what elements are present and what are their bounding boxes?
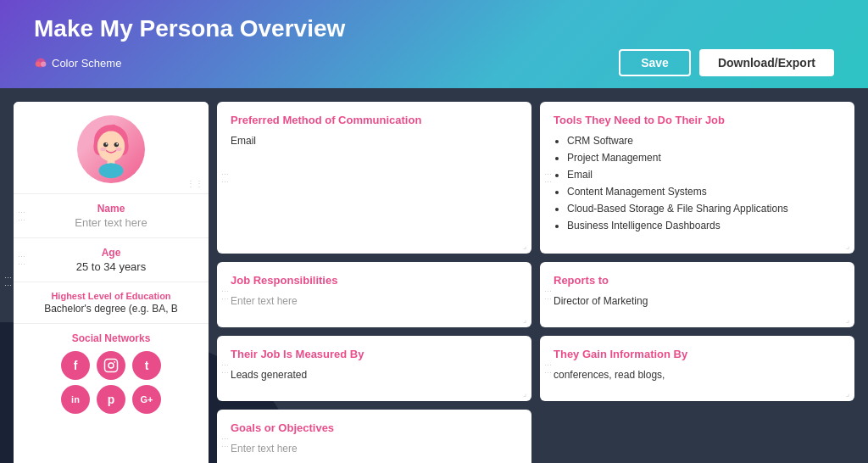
preferred-comm-content: Email	[231, 133, 518, 148]
instagram-icon[interactable]	[97, 351, 125, 380]
social-icons-row-1: f t	[24, 351, 198, 380]
reports-to-content: Director of Marketing	[554, 293, 841, 309]
job-resp-content: Enter text here	[231, 293, 518, 309]
save-button[interactable]: Save	[619, 49, 691, 76]
education-section[interactable]: ⋮⋮ Highest Level of Education Bachelor's…	[14, 282, 209, 324]
card-job-responsibilities[interactable]: ⋮⋮ Job Responsibilities Enter text here …	[217, 262, 531, 327]
tools-list: CRM Software Project Management Email Co…	[554, 133, 841, 233]
name-label: Name	[24, 203, 198, 215]
gain-info-title: They Gain Information By	[554, 348, 841, 360]
color-scheme-control[interactable]: Color Scheme	[34, 56, 121, 70]
svg-point-11	[100, 148, 106, 152]
left-column: ⋮⋮ ⋮⋮ Name Enter text here ⋮⋮ Age 25 to …	[14, 102, 209, 463]
google-icon[interactable]: G+	[132, 385, 161, 414]
svg-point-2	[41, 61, 46, 66]
content-area: ⋮⋮ ⋮⋮ Name Enter text here ⋮⋮ Age 25 to …	[0, 88, 868, 463]
drag-handle-tools: ⋮⋮	[543, 170, 552, 186]
tool-item: Cloud-Based Storage & File Sharing Appli…	[567, 201, 841, 216]
card-goals[interactable]: ⋮⋮ Goals or Objectives Enter text here ⌟	[217, 410, 531, 463]
tool-item: Project Management	[567, 150, 841, 165]
twitter-icon[interactable]: t	[132, 351, 161, 380]
card-tools[interactable]: ⋮⋮ Tools They Need to Do Their Job CRM S…	[540, 102, 854, 254]
education-label: Highest Level of Education	[24, 291, 198, 301]
goals-content: Enter text here	[231, 441, 518, 456]
facebook-icon[interactable]: f	[61, 351, 90, 380]
name-field-section[interactable]: ⋮⋮ Name Enter text here	[14, 194, 209, 238]
drag-handle-comm: ⋮⋮	[220, 170, 229, 186]
drag-handle-avatar: ⋮⋮	[186, 179, 203, 188]
header: Make My Persona Overview Color Scheme Sa…	[0, 0, 868, 88]
drag-handle-measured: ⋮⋮	[220, 361, 229, 377]
card-drag-measured: ⌟	[523, 389, 526, 398]
svg-point-7	[103, 142, 108, 147]
drag-handle-job: ⋮⋮	[220, 287, 229, 303]
card-gain-info[interactable]: ⋮⋮ They Gain Information By conferences,…	[540, 336, 854, 401]
job-resp-title: Job Responsibilities	[231, 274, 518, 287]
card-drag-tools: ⌟	[846, 242, 849, 250]
svg-point-8	[114, 142, 119, 147]
drag-handle-age: ⋮⋮	[17, 253, 25, 268]
tools-content: CRM Software Project Management Email Co…	[554, 133, 841, 233]
card-measured-by[interactable]: ⋮⋮ Their Job Is Measured By Leads genera…	[217, 336, 531, 401]
tool-item: Email	[567, 167, 841, 182]
drag-handle-name: ⋮⋮	[17, 209, 25, 224]
drag-handle-reports: ⋮⋮	[543, 287, 552, 303]
social-icons-row-2: in p G+	[24, 385, 198, 414]
goals-title: Goals or Objectives	[231, 421, 518, 434]
svg-point-16	[108, 363, 114, 368]
svg-point-1	[36, 61, 41, 66]
svg-rect-15	[105, 360, 118, 372]
gain-info-content: conferences, read blogs,	[554, 367, 841, 382]
drag-handle-goals: ⋮⋮	[220, 435, 229, 450]
linkedin-icon[interactable]: in	[61, 385, 90, 414]
reports-to-title: Reports to	[554, 274, 841, 287]
header-buttons: Save Download/Export	[619, 49, 834, 76]
page-title: Make My Persona Overview	[34, 15, 834, 42]
svg-point-10	[116, 143, 118, 145]
download-button[interactable]: Download/Export	[699, 49, 834, 76]
drag-handle-gain: ⋮⋮	[543, 361, 552, 377]
tools-title: Tools They Need to Do Their Job	[554, 114, 841, 126]
tool-item: Content Management Systems	[567, 184, 841, 199]
avatar-section: ⋮⋮	[14, 102, 209, 194]
card-drag-comm: ⌟	[523, 242, 526, 250]
tool-item: CRM Software	[567, 133, 841, 148]
avatar	[77, 115, 145, 183]
right-grid: ⋮⋮ Preferred Method of Communication Ema…	[217, 102, 854, 463]
age-field-section[interactable]: ⋮⋮ Age 25 to 34 years	[14, 238, 209, 282]
card-drag-gain: ⌟	[846, 389, 849, 398]
color-scheme-icon	[34, 56, 47, 70]
social-section: Social Networks f t in p G+	[14, 324, 209, 463]
age-value: 25 to 34 years	[24, 260, 198, 273]
color-scheme-label: Color Scheme	[52, 57, 121, 70]
svg-point-17	[114, 361, 115, 363]
svg-point-9	[106, 143, 108, 145]
card-reports-to[interactable]: ⋮⋮ Reports to Director of Marketing ⌟	[540, 262, 854, 327]
name-value: Enter text here	[24, 216, 198, 229]
svg-point-14	[99, 163, 124, 178]
education-value: Bachelor's degree (e.g. BA, B	[24, 303, 198, 315]
preferred-comm-title: Preferred Method of Communication	[231, 114, 518, 126]
svg-point-6	[97, 131, 125, 161]
card-drag-reports: ⌟	[846, 315, 849, 324]
card-preferred-comm[interactable]: ⋮⋮ Preferred Method of Communication Ema…	[217, 102, 531, 254]
pinterest-icon[interactable]: p	[97, 385, 125, 414]
card-drag-job: ⌟	[523, 315, 526, 324]
avatar-illustration	[81, 119, 142, 180]
svg-point-12	[115, 148, 121, 152]
measured-by-content: Leads generated	[231, 367, 518, 382]
social-label: Social Networks	[24, 332, 198, 344]
tool-item: Business Intelligence Dashboards	[567, 218, 841, 233]
age-label: Age	[24, 247, 198, 259]
measured-by-title: Their Job Is Measured By	[231, 348, 518, 360]
